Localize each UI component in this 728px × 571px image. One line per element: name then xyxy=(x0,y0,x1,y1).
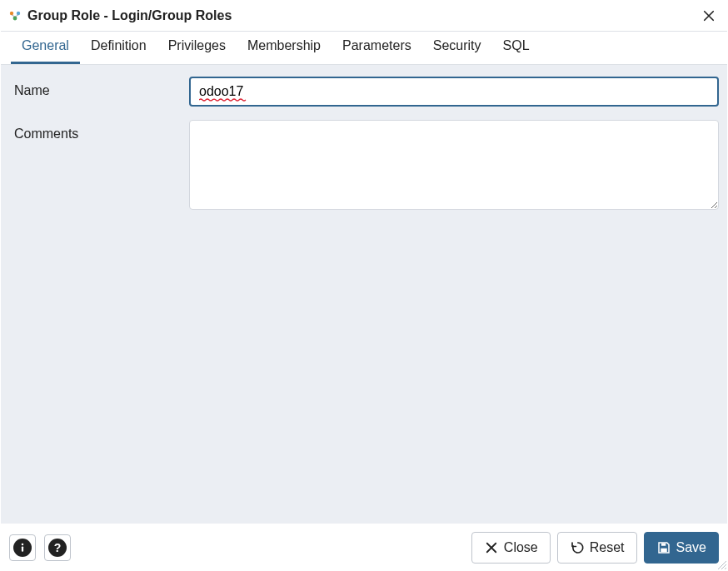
tab-label: Parameters xyxy=(342,38,411,52)
close-button-label: Close xyxy=(504,540,538,555)
dialog-footer: ? Close Reset Save xyxy=(1,524,727,570)
name-input[interactable] xyxy=(189,77,719,107)
svg-point-1 xyxy=(17,12,20,15)
comments-input[interactable] xyxy=(189,120,719,210)
svg-rect-4 xyxy=(22,546,23,551)
close-button[interactable]: Close xyxy=(471,532,551,564)
form-row-comments: Comments xyxy=(14,120,719,213)
tab-bar: General Definition Privileges Membership… xyxy=(1,32,727,65)
tab-label: Definition xyxy=(91,38,147,52)
tab-label: General xyxy=(22,38,69,52)
save-button[interactable]: Save xyxy=(644,532,719,564)
tab-general[interactable]: General xyxy=(11,31,80,64)
tab-label: Privileges xyxy=(168,38,226,52)
group-role-icon xyxy=(7,8,22,23)
dialog-title: Group Role - Login/Group Roles xyxy=(27,8,232,23)
save-button-label: Save xyxy=(676,540,706,555)
tab-parameters[interactable]: Parameters xyxy=(332,31,422,64)
tab-security[interactable]: Security xyxy=(422,31,492,64)
tab-definition[interactable]: Definition xyxy=(80,31,157,64)
info-button[interactable] xyxy=(9,534,36,561)
reset-button[interactable]: Reset xyxy=(557,532,637,564)
info-icon xyxy=(13,539,32,557)
dialog: Group Role - Login/Group Roles General D… xyxy=(0,0,728,571)
reset-button-label: Reset xyxy=(590,540,625,555)
save-icon xyxy=(656,540,671,555)
comments-label: Comments xyxy=(14,120,189,213)
dialog-body: Name Comments xyxy=(1,65,727,524)
name-label: Name xyxy=(14,77,189,107)
tab-label: SQL xyxy=(503,38,530,52)
help-button[interactable]: ? xyxy=(44,534,71,561)
comments-control xyxy=(189,120,719,213)
name-control xyxy=(189,77,719,107)
svg-point-0 xyxy=(10,12,13,15)
tab-membership[interactable]: Membership xyxy=(237,31,332,64)
reset-icon xyxy=(570,540,585,555)
form-row-name: Name xyxy=(14,77,719,107)
help-icon: ? xyxy=(48,539,67,557)
close-icon[interactable] xyxy=(699,6,719,26)
resize-grip[interactable] xyxy=(716,559,726,569)
x-icon xyxy=(484,540,499,555)
tab-privileges[interactable]: Privileges xyxy=(157,31,237,64)
tab-label: Membership xyxy=(247,38,321,52)
svg-point-3 xyxy=(22,543,24,545)
dialog-header: Group Role - Login/Group Roles xyxy=(1,1,727,32)
svg-rect-5 xyxy=(661,548,667,552)
tab-sql[interactable]: SQL xyxy=(492,31,541,64)
svg-rect-6 xyxy=(661,543,666,545)
tab-label: Security xyxy=(433,38,481,52)
